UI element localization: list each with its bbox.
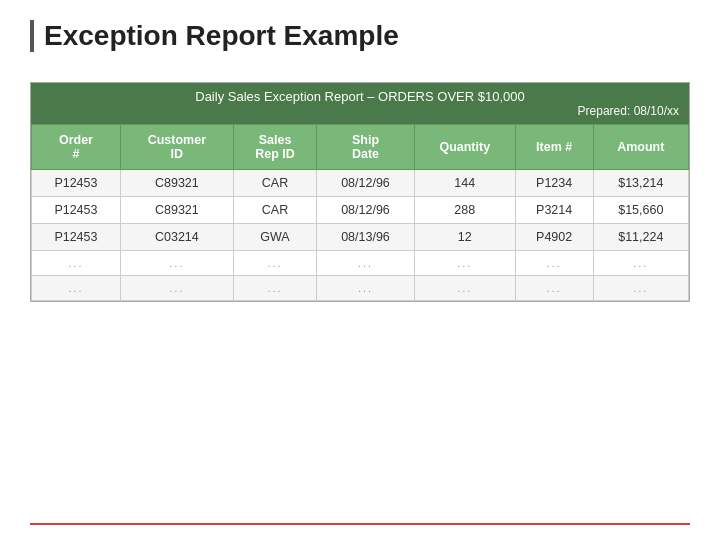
report-wrapper: Daily Sales Exception Report – ORDERS OV…	[30, 82, 690, 302]
cell-amount: $15,660	[593, 197, 688, 224]
ellipsis-cell: ...	[233, 251, 316, 276]
col-quantity: Quantity	[414, 125, 515, 170]
table-row: P12453C89321CAR08/12/96288P3214$15,660	[32, 197, 689, 224]
report-table: Order# CustomerID SalesRep ID ShipDate Q…	[31, 124, 689, 301]
cell-amount: $13,214	[593, 170, 688, 197]
page-title: Exception Report Example	[30, 20, 690, 52]
cell-amount: $11,224	[593, 224, 688, 251]
table-row: P12453C89321CAR08/12/96144P1234$13,214	[32, 170, 689, 197]
col-order: Order#	[32, 125, 121, 170]
cell-customer: C89321	[120, 197, 233, 224]
ellipsis-cell: ...	[593, 251, 688, 276]
ellipsis-cell: ...	[317, 251, 415, 276]
page-container: Exception Report Example Daily Sales Exc…	[0, 0, 720, 540]
ellipsis-cell: ...	[593, 276, 688, 301]
ellipsis-cell: ...	[120, 251, 233, 276]
col-customer: CustomerID	[120, 125, 233, 170]
col-ship-date: ShipDate	[317, 125, 415, 170]
ellipsis-cell: ...	[120, 276, 233, 301]
cell-sales_rep: GWA	[233, 224, 316, 251]
cell-item: P4902	[515, 224, 593, 251]
cell-item: P3214	[515, 197, 593, 224]
cell-ship_date: 08/13/96	[317, 224, 415, 251]
cell-quantity: 12	[414, 224, 515, 251]
cell-customer: C89321	[120, 170, 233, 197]
column-headers: Order# CustomerID SalesRep ID ShipDate Q…	[32, 125, 689, 170]
ellipsis-cell: ...	[32, 276, 121, 301]
cell-quantity: 144	[414, 170, 515, 197]
cell-customer: C03214	[120, 224, 233, 251]
col-sales-rep: SalesRep ID	[233, 125, 316, 170]
cell-ship_date: 08/12/96	[317, 197, 415, 224]
report-header-title: Daily Sales Exception Report – ORDERS OV…	[41, 89, 679, 104]
cell-item: P1234	[515, 170, 593, 197]
ellipsis-cell: ...	[414, 276, 515, 301]
ellipsis-cell: ...	[317, 276, 415, 301]
col-item: Item #	[515, 125, 593, 170]
cell-ship_date: 08/12/96	[317, 170, 415, 197]
ellipsis-cell: ...	[515, 251, 593, 276]
ellipsis-cell: ...	[414, 251, 515, 276]
report-header: Daily Sales Exception Report – ORDERS OV…	[31, 83, 689, 124]
cell-quantity: 288	[414, 197, 515, 224]
cell-order: P12453	[32, 170, 121, 197]
cell-sales_rep: CAR	[233, 170, 316, 197]
table-row: P12453C03214GWA08/13/9612P4902$11,224	[32, 224, 689, 251]
cell-order: P12453	[32, 224, 121, 251]
ellipsis-cell: ...	[233, 276, 316, 301]
bottom-line	[30, 523, 690, 525]
cell-sales_rep: CAR	[233, 197, 316, 224]
ellipsis-row: .....................	[32, 251, 689, 276]
ellipsis-row: .....................	[32, 276, 689, 301]
ellipsis-cell: ...	[515, 276, 593, 301]
col-amount: Amount	[593, 125, 688, 170]
report-header-subtitle: Prepared: 08/10/xx	[41, 104, 679, 118]
ellipsis-cell: ...	[32, 251, 121, 276]
cell-order: P12453	[32, 197, 121, 224]
